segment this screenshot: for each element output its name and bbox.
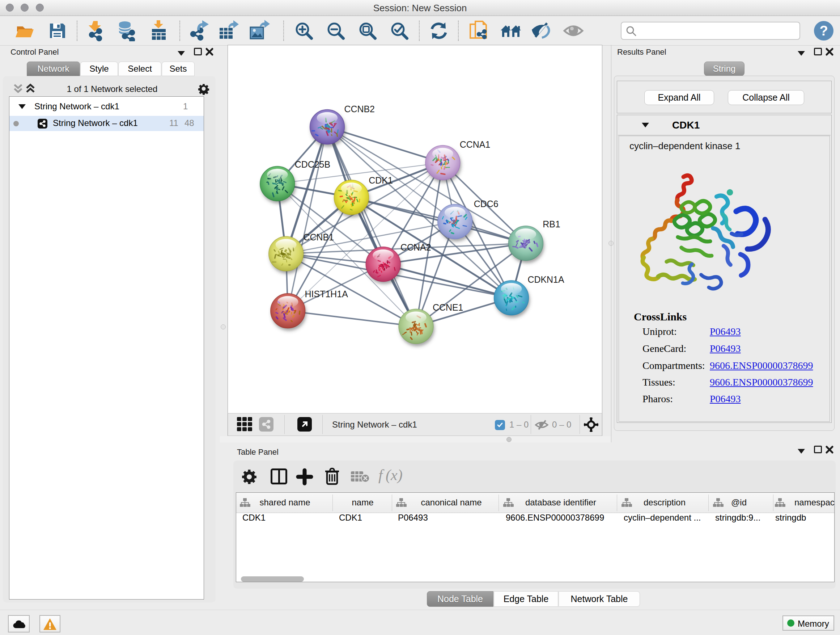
svg-text:CDKN1A: CDKN1A (527, 274, 564, 285)
svg-text:RB1: RB1 (543, 219, 561, 229)
svg-text:CCNE1: CCNE1 (433, 302, 463, 312)
svg-text:CCNB2: CCNB2 (344, 104, 375, 114)
svg-text:CCNA1: CCNA1 (460, 139, 491, 149)
svg-text:CDC6: CDC6 (474, 199, 499, 209)
svg-text:CDK1: CDK1 (369, 175, 393, 185)
svg-text:HIST1H1A: HIST1H1A (305, 289, 348, 299)
svg-text:CDC25B: CDC25B (295, 159, 330, 169)
svg-text:CCNA2: CCNA2 (401, 242, 431, 252)
svg-text:CCNB1: CCNB1 (303, 232, 334, 242)
